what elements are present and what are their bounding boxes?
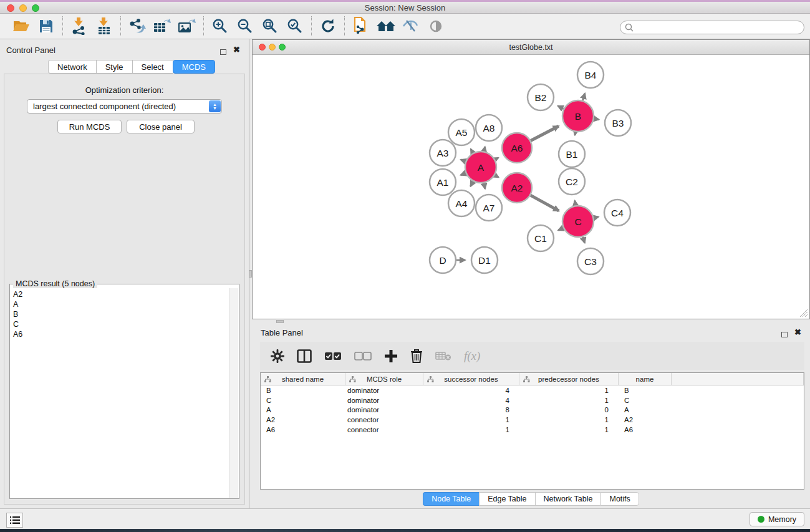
graph-node-A5[interactable]: A5 [448, 119, 475, 145]
export-image-icon[interactable] [177, 16, 197, 36]
export-network-icon[interactable] [127, 16, 147, 36]
table-cell[interactable]: dominator [345, 397, 423, 404]
table-cell[interactable]: A [261, 406, 345, 414]
zoom-out-icon[interactable] [235, 16, 255, 36]
table-cell[interactable]: connector [345, 426, 423, 433]
edge-A-A6[interactable] [495, 158, 498, 160]
graph-node-A[interactable]: A [465, 152, 496, 183]
table-cell[interactable]: 1 [423, 416, 519, 423]
mcds-result-item[interactable]: A2 [13, 289, 22, 299]
edge-B-B1[interactable] [575, 132, 576, 135]
close-panel-icon[interactable]: ✖ [233, 45, 240, 54]
column-header-successor-nodes[interactable]: successor nodes [423, 373, 519, 385]
float-table-panel-icon[interactable] [781, 329, 788, 340]
column-header-shared-name[interactable]: shared name [261, 373, 345, 385]
table-cell[interactable]: A2 [619, 416, 672, 423]
table-cell[interactable]: 1 [519, 397, 619, 404]
mcds-result-item[interactable]: A [13, 299, 22, 309]
table-cell[interactable]: C [261, 397, 345, 404]
network-graph-canvas[interactable]: A5A8A3A1A4A7AA6A2B2B4BB3B1C2CC4C1C3DD1 [253, 55, 809, 319]
graph-node-B3[interactable]: B3 [605, 110, 631, 136]
graph-node-B1[interactable]: B1 [559, 141, 585, 167]
import-network-icon[interactable] [69, 16, 89, 36]
graph-node-D[interactable]: D [430, 247, 456, 273]
result-scrollbar[interactable] [229, 288, 238, 498]
table-cell[interactable]: 4 [423, 397, 519, 404]
columns-icon[interactable] [297, 349, 312, 363]
zoom-in-icon[interactable] [210, 16, 230, 36]
edge-C-C4[interactable] [594, 217, 598, 218]
mcds-result-item[interactable]: C [13, 319, 22, 329]
table-cell[interactable]: 1 [423, 426, 519, 433]
table-cell[interactable]: 1 [519, 426, 619, 433]
add-column-icon[interactable] [384, 349, 398, 363]
edge-A-A1[interactable] [461, 173, 466, 175]
tab-network[interactable]: Network [48, 60, 96, 74]
graph-node-B2[interactable]: B2 [528, 84, 554, 110]
run-mcds-button[interactable]: Run MCDS [57, 120, 122, 133]
edge-A2-C[interactable] [531, 195, 559, 211]
export-table-icon[interactable] [152, 16, 172, 36]
graph-node-C4[interactable]: C4 [604, 200, 630, 226]
open-file-icon[interactable] [11, 16, 31, 36]
close-table-panel-icon[interactable]: ✖ [794, 327, 801, 337]
import-table-icon[interactable] [94, 16, 114, 36]
edge-A-A2[interactable] [495, 175, 499, 177]
table-row[interactable]: Cdominator41C [261, 395, 804, 405]
mcds-result-list[interactable]: A2ABCA6 [11, 288, 22, 339]
table-row[interactable]: A2connector11A2 [261, 415, 804, 425]
table-cell[interactable]: A6 [619, 426, 672, 433]
task-history-button[interactable] [6, 513, 23, 528]
deselect-all-icon[interactable] [354, 352, 372, 360]
search-field[interactable] [620, 21, 804, 34]
save-session-icon[interactable] [36, 16, 56, 36]
edge-C-C3[interactable] [583, 237, 585, 243]
delete-table-icon[interactable] [435, 351, 451, 361]
zoom-fit-icon[interactable] [260, 16, 280, 36]
mcds-result-item[interactable]: B [13, 309, 22, 319]
table-cell[interactable]: B [619, 387, 672, 394]
table-cell[interactable]: 0 [519, 406, 619, 414]
graph-node-B[interactable]: B [562, 100, 594, 132]
graph-node-A1[interactable]: A1 [430, 169, 456, 195]
edge-A-A8[interactable] [484, 147, 485, 151]
table-cell[interactable]: 1 [519, 387, 619, 394]
tab-mcds[interactable]: MCDS [173, 60, 215, 74]
v-scroll-nub[interactable] [249, 270, 252, 278]
window-titlebar[interactable]: Session: New Session [0, 0, 810, 14]
zoom-selected-icon[interactable] [285, 16, 305, 36]
graph-node-B4[interactable]: B4 [577, 62, 604, 88]
graph-node-C2[interactable]: C2 [559, 168, 585, 195]
graph-node-C[interactable]: C [562, 206, 594, 237]
table-cell[interactable]: B [261, 387, 345, 394]
tab-node-table[interactable]: Node Table [423, 492, 479, 506]
tab-edge-table[interactable]: Edge Table [479, 492, 534, 506]
edge-B-B3[interactable] [594, 118, 599, 119]
tab-network-table[interactable]: Network Table [535, 492, 601, 506]
table-cell[interactable]: 8 [423, 406, 519, 414]
edge-C-C1[interactable] [558, 228, 563, 231]
table-cell[interactable]: A6 [261, 426, 345, 433]
hide-eye-icon[interactable] [401, 16, 421, 36]
graph-node-D1[interactable]: D1 [471, 247, 498, 273]
home-layout-icon[interactable] [376, 16, 396, 36]
graph-node-A6[interactable]: A6 [502, 133, 532, 163]
table-cell[interactable]: 1 [519, 416, 619, 423]
gear-icon[interactable] [271, 349, 284, 363]
graph-node-A7[interactable]: A7 [476, 195, 502, 221]
graph-node-A8[interactable]: A8 [476, 115, 502, 141]
column-header-MCDS-role[interactable]: MCDS role [345, 373, 423, 385]
refresh-layout-icon[interactable] [318, 16, 338, 36]
graph-node-A4[interactable]: A4 [448, 190, 475, 216]
graph-node-C1[interactable]: C1 [528, 225, 554, 251]
tab-select[interactable]: Select [132, 60, 173, 74]
table-row[interactable]: A6connector11A6 [261, 425, 804, 435]
table-cell[interactable]: dominator [345, 406, 423, 414]
table-row[interactable]: Adominator80A [261, 405, 804, 415]
tab-style[interactable]: Style [96, 60, 132, 74]
network-window-titlebar[interactable]: testGlobe.txt [253, 40, 809, 55]
memory-button[interactable]: Memory [750, 512, 804, 526]
table-cell[interactable]: 4 [423, 387, 519, 394]
close-panel-button[interactable]: Close panel [127, 120, 195, 133]
table-cell[interactable]: A [619, 406, 672, 414]
